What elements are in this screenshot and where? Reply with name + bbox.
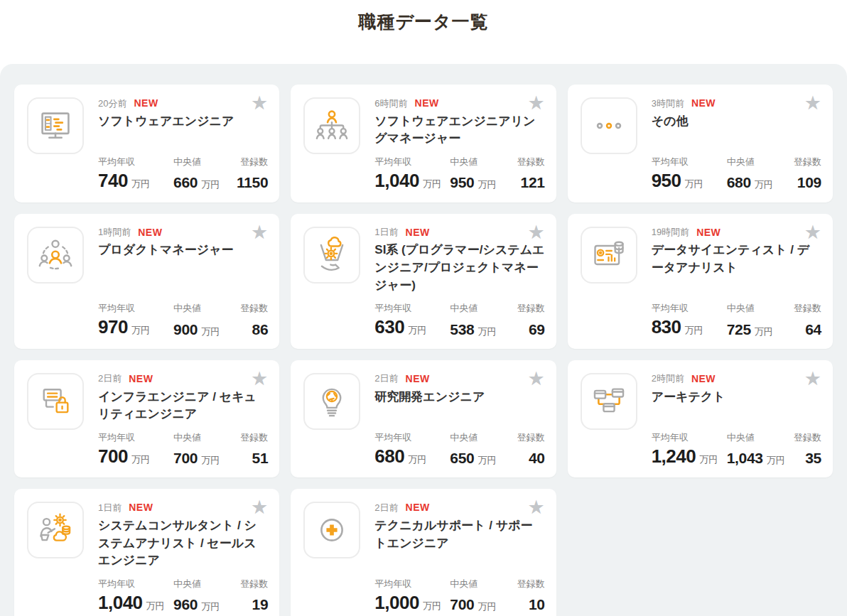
favorite-star-icon[interactable]: ★ — [527, 369, 544, 389]
median-label: 中央値 — [173, 156, 237, 168]
job-card[interactable]: 2日前 NEW 研究開発エンジニア 平均年収 中央値 登録数 680 万円 65… — [291, 360, 556, 478]
job-card[interactable]: 19時間前 NEW データサイエンティスト / データアナリスト 平均年収 中央… — [568, 214, 833, 349]
job-card-main: 2日前 NEW テクニカルサポート / サポートエンジニア 平均年収 中央値 登… — [374, 502, 544, 612]
count-label: 登録数 — [794, 156, 821, 168]
job-icon-box — [27, 227, 84, 283]
count-label: 登録数 — [240, 303, 268, 315]
avg-income-number: 950 — [652, 171, 681, 191]
avg-income-label: 平均年収 — [652, 156, 727, 168]
job-card[interactable]: 1日前 NEW システムコンサルタント / システムアナリスト / セールスエン… — [14, 489, 279, 616]
favorite-star-icon[interactable]: ★ — [251, 369, 268, 389]
median-label: 中央値 — [173, 303, 240, 315]
avg-income-value: 1,240 万円 — [652, 446, 727, 467]
job-card[interactable]: 3時間前 NEW その他 平均年収 中央値 登録数 950 万円 680 万円 … — [568, 85, 833, 202]
favorite-star-icon[interactable]: ★ — [804, 223, 821, 242]
job-card[interactable]: 6時間前 NEW ソフトウェアエンジニアリングマネージャー 平均年収 中央値 登… — [291, 85, 556, 202]
meta-row: 3時間前 NEW — [652, 97, 821, 109]
median-unit: 万円 — [478, 455, 496, 465]
stats-row: 平均年収 中央値 登録数 970 万円 900 万円 86 — [98, 294, 268, 337]
avg-income-value: 630 万円 — [374, 317, 450, 337]
count-number: 121 — [521, 174, 545, 190]
new-badge: NEW — [696, 227, 721, 239]
new-badge: NEW — [134, 97, 158, 109]
job-icon-box — [581, 373, 637, 430]
count-number: 86 — [252, 321, 269, 337]
favorite-star-icon[interactable]: ★ — [804, 94, 821, 113]
meta-row: 1時間前 NEW — [98, 227, 268, 239]
job-card[interactable]: 1日前 NEW SI系 (プログラマー/システムエンジニア/プロジェクトマネージ… — [291, 214, 556, 349]
median-number: 900 — [173, 321, 198, 337]
avg-income-label: 平均年収 — [652, 303, 727, 315]
median-label: 中央値 — [450, 303, 517, 315]
updated-time: 6時間前 — [374, 98, 407, 109]
median-unit: 万円 — [201, 180, 220, 190]
count-value: 121 — [517, 174, 545, 190]
org-chart-icon — [313, 107, 350, 144]
median-label: 中央値 — [450, 432, 517, 444]
favorite-star-icon[interactable]: ★ — [251, 223, 268, 242]
favorite-star-icon[interactable]: ★ — [527, 223, 544, 242]
job-card[interactable]: 20分前 NEW ソフトウェアエンジニア 平均年収 中央値 登録数 740 万円… — [14, 85, 279, 202]
avg-income-unit: 万円 — [685, 179, 703, 189]
updated-time: 1時間前 — [98, 227, 131, 238]
favorite-star-icon[interactable]: ★ — [804, 369, 821, 389]
updated-time: 2日前 — [374, 502, 398, 514]
job-card[interactable]: 2日前 NEW テクニカルサポート / サポートエンジニア 平均年収 中央値 登… — [291, 489, 556, 616]
updated-time: 1日前 — [98, 502, 122, 514]
avg-income-unit: 万円 — [423, 601, 441, 611]
avg-income-value: 950 万円 — [652, 171, 727, 191]
avg-income-label: 平均年収 — [98, 578, 173, 590]
avg-income-value: 1,000 万円 — [374, 593, 450, 613]
job-title: 研究開発エンジニア — [374, 389, 544, 406]
favorite-star-icon[interactable]: ★ — [527, 498, 544, 517]
stats-row: 平均年収 中央値 登録数 630 万円 538 万円 69 — [374, 294, 544, 337]
new-badge: NEW — [129, 373, 153, 385]
meta-row: 2日前 NEW — [98, 373, 268, 385]
median-number: 680 — [727, 174, 751, 190]
avg-income-label: 平均年収 — [374, 303, 450, 315]
avg-income-unit: 万円 — [408, 325, 426, 335]
updated-time: 1日前 — [374, 227, 398, 238]
median-value: 725 万円 — [727, 321, 794, 337]
median-value: 900 万円 — [173, 321, 240, 337]
new-badge: NEW — [415, 97, 439, 109]
job-card[interactable]: 2時間前 NEW アーキテクト 平均年収 中央値 登録数 1,240 万円 1,… — [568, 360, 833, 478]
count-label: 登録数 — [240, 432, 268, 444]
avg-income-number: 1,040 — [374, 171, 419, 191]
job-card[interactable]: 2日前 NEW インフラエンジニア / セキュリティエンジニア 平均年収 中央値… — [14, 360, 279, 478]
server-lock-icon — [37, 383, 74, 420]
stats-row: 平均年収 中央値 登録数 1,000 万円 700 万円 10 — [374, 570, 544, 612]
favorite-star-icon[interactable]: ★ — [251, 94, 268, 113]
count-value: 51 — [240, 450, 268, 466]
median-number: 950 — [450, 174, 474, 190]
job-title: その他 — [652, 113, 821, 131]
avg-income-unit: 万円 — [685, 325, 703, 335]
median-number: 538 — [450, 321, 474, 337]
meta-row: 1日前 NEW — [374, 227, 544, 239]
median-unit: 万円 — [201, 327, 220, 337]
avg-income-unit: 万円 — [423, 179, 441, 189]
median-label: 中央値 — [727, 156, 794, 168]
median-number: 700 — [173, 450, 198, 466]
count-label: 登録数 — [517, 303, 545, 315]
meta-row: 1日前 NEW — [98, 502, 268, 514]
count-number: 35 — [805, 450, 821, 466]
updated-time: 3時間前 — [652, 98, 684, 109]
count-value: 69 — [517, 321, 545, 337]
avg-income-label: 平均年収 — [374, 432, 450, 444]
job-icon-box — [303, 97, 360, 154]
job-icon-box — [581, 227, 637, 283]
new-badge: NEW — [129, 502, 153, 514]
median-value: 950 万円 — [450, 174, 517, 190]
job-card[interactable]: 1時間前 NEW プロダクトマネージャー 平均年収 中央値 登録数 970 万円… — [14, 214, 279, 349]
count-number: 109 — [797, 174, 821, 190]
new-badge: NEW — [691, 373, 716, 385]
median-value: 660 万円 — [173, 174, 237, 190]
favorite-star-icon[interactable]: ★ — [527, 94, 544, 113]
job-card-main: 2日前 NEW 研究開発エンジニア 平均年収 中央値 登録数 680 万円 65… — [374, 373, 544, 467]
median-value: 1,043 万円 — [727, 450, 794, 466]
page-title: 職種データ一覧 — [358, 10, 488, 33]
job-card-main: 2時間前 NEW アーキテクト 平均年収 中央値 登録数 1,240 万円 1,… — [652, 373, 821, 467]
median-unit: 万円 — [755, 180, 773, 190]
favorite-star-icon[interactable]: ★ — [251, 498, 268, 517]
